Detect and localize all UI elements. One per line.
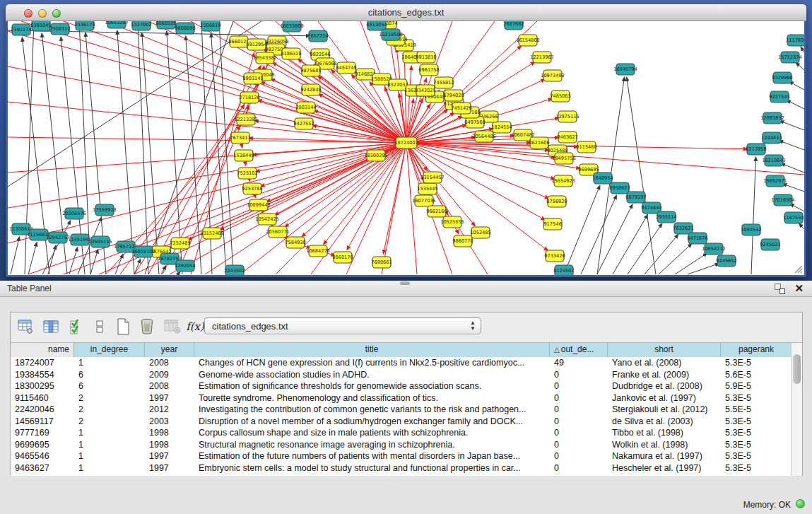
network-window-titlebar[interactable]: citations_edges.txt — [6, 4, 806, 21]
table-cell[interactable]: Hescheler et al. (1997) — [608, 462, 721, 474]
graph-node[interactable]: 18724007 — [394, 137, 418, 148]
citation-edge[interactable] — [659, 243, 692, 274]
graph-node[interactable]: 7252485 — [170, 238, 190, 249]
graph-node[interactable]: 10542425 — [255, 214, 279, 225]
graph-node[interactable]: 9115460 — [576, 141, 596, 153]
graph-node[interactable]: 7690661 — [371, 257, 392, 268]
table-settings-button[interactable] — [16, 317, 35, 337]
table-cell[interactable]: 1 — [74, 427, 145, 439]
table-cell[interactable]: Jankovic et al. (1997) — [608, 392, 721, 404]
table-cell[interactable]: de Silva et al. (2003) — [608, 416, 721, 428]
graph-node[interactable]: 2436173 — [74, 21, 95, 30]
table-cell[interactable]: Changes of HCN gene expression and I(f) … — [194, 357, 550, 369]
table-cell[interactable]: 1997 — [145, 392, 194, 404]
network-window[interactable]: citations_edges.txt 18724007183002958660… — [6, 4, 806, 277]
graph-node[interactable]: 9253788 — [242, 183, 262, 194]
graph-node[interactable]: 6860100 — [155, 21, 176, 29]
vertical-scrollbar[interactable] — [791, 342, 802, 476]
citation-edge[interactable] — [779, 121, 804, 130]
table-row[interactable]: 911546021997Tourette syndrome. Phenomeno… — [11, 392, 792, 404]
table-cell[interactable]: 22420046 — [11, 404, 74, 416]
graph-node[interactable]: 16033809 — [280, 21, 304, 32]
citation-edge[interactable] — [688, 264, 719, 274]
graph-node[interactable]: 1535445 — [417, 183, 437, 194]
graph-node[interactable]: 16154808 — [516, 35, 540, 46]
graph-node[interactable]: 20206576 — [62, 208, 86, 219]
graph-node[interactable]: 12942757 — [46, 232, 70, 243]
table-cell[interactable]: 1998 — [145, 427, 194, 439]
graph-node[interactable]: 9733426 — [544, 250, 565, 262]
citation-edge[interactable] — [628, 223, 662, 274]
graph-node[interactable]: 1640954 — [592, 173, 613, 184]
table-cell[interactable]: Tourette syndrome. Phenomenology and cla… — [194, 392, 550, 404]
table-cell[interactable]: 1 — [74, 439, 145, 451]
select-all-checkmarks-button[interactable] — [67, 317, 86, 337]
table-cell[interactable]: 5.3E-5 — [721, 450, 792, 462]
graph-node[interactable]: 9242848 — [300, 84, 321, 95]
table-cell[interactable]: 49 — [550, 357, 608, 369]
table-cell[interactable]: 2 — [74, 404, 145, 416]
resize-grip[interactable] — [792, 262, 803, 274]
graph-node[interactable]: 8471676 — [687, 233, 707, 244]
table-cell[interactable]: Investigating the contribution of common… — [194, 404, 550, 416]
table-cell[interactable]: 0 — [550, 450, 608, 462]
table-cell[interactable]: 5.3E-5 — [721, 416, 792, 428]
table-cell[interactable]: 9777169 — [11, 427, 74, 439]
table-cell[interactable]: Wolkin et al. (1998) — [608, 439, 721, 451]
table-cell[interactable]: 2008 — [145, 380, 194, 392]
citation-edge[interactable] — [318, 94, 406, 143]
table-cell[interactable]: Tibbo et al. (1998) — [608, 427, 721, 439]
table-cell[interactable]: 18300295 — [11, 380, 74, 392]
graph-node[interactable]: 7451426 — [451, 103, 471, 114]
table-row[interactable]: 1938455462009Genome-wide association stu… — [11, 369, 792, 381]
table-cell[interactable]: 0 — [550, 404, 608, 416]
graph-node[interactable]: 1824554 — [491, 122, 512, 133]
table-header-row[interactable]: namein_degreeyeartitle△out_de...shortpag… — [11, 343, 792, 357]
scrollbar-thumb[interactable] — [793, 354, 801, 384]
graph-node[interactable]: 8938923 — [609, 182, 630, 194]
function-builder-button[interactable]: f(x) — [186, 317, 204, 337]
table-cell[interactable]: 2003 — [145, 416, 194, 428]
graph-node[interactable]: 9875685 — [300, 65, 321, 76]
close-panel-icon[interactable]: ✕ — [794, 282, 804, 295]
graph-node[interactable]: 12213967 — [530, 52, 554, 63]
citation-edge[interactable] — [645, 234, 678, 274]
graph-node[interactable]: 13152482 — [200, 228, 224, 239]
graph-node[interactable]: 17359928 — [93, 204, 117, 216]
graph-node[interactable]: 1094542 — [741, 224, 761, 235]
graph-node[interactable]: 9463627 — [557, 132, 577, 143]
graph-node[interactable]: 13505115 — [88, 236, 112, 247]
table-row[interactable]: 1830029562008Estimation of significance … — [11, 380, 792, 392]
citation-edge[interactable] — [779, 141, 804, 150]
float-panel-icon[interactable] — [775, 284, 785, 294]
graph-node[interactable]: 15654923 — [551, 175, 575, 187]
graph-node[interactable]: 1538448 — [233, 150, 254, 161]
table-cell[interactable]: 2 — [74, 416, 145, 428]
graph-node[interactable]: 8454749 — [336, 62, 356, 74]
citation-edge[interactable] — [117, 30, 134, 274]
citation-edge[interactable] — [751, 157, 756, 274]
graph-node[interactable]: 10684270 — [306, 245, 330, 257]
graph-node[interactable]: 9860770 — [452, 235, 473, 247]
citation-edge[interactable] — [627, 77, 656, 274]
table-cell[interactable]: 0 — [550, 427, 608, 439]
table-cell[interactable]: 5.9E-5 — [721, 380, 792, 392]
graph-node[interactable]: 9913810 — [416, 52, 436, 63]
table-cell[interactable]: 9699695 — [11, 439, 74, 451]
graph-node[interactable]: 9245652 — [716, 255, 736, 267]
graph-node[interactable]: 6961758 — [418, 64, 439, 76]
table-source-select[interactable]: citations_edges.txt ▲▼ — [204, 317, 481, 334]
graph-node[interactable]: 7525102 — [237, 168, 257, 179]
table-cell[interactable]: Estimation of the future numbers of pati… — [194, 450, 550, 462]
table-cell[interactable]: Disruption of a novel member of a sodium… — [194, 416, 550, 428]
table-cell[interactable]: 5.3E-5 — [721, 439, 792, 451]
table-cell[interactable]: 0 — [550, 416, 608, 428]
graph-node[interactable]: 20564486 — [472, 131, 496, 142]
graph-node[interactable]: 20360771 — [266, 226, 290, 238]
graph-node[interactable]: 8756928 — [546, 196, 567, 207]
table-row[interactable]: 2242004622012Investigating the contribut… — [11, 404, 792, 416]
graph-node[interactable]: 2243502 — [224, 265, 245, 275]
graph-node[interactable]: 16958107 — [131, 246, 155, 257]
graph-node[interactable]: 12975115 — [555, 111, 579, 122]
graph-node[interactable]: 19495758 — [552, 153, 576, 164]
